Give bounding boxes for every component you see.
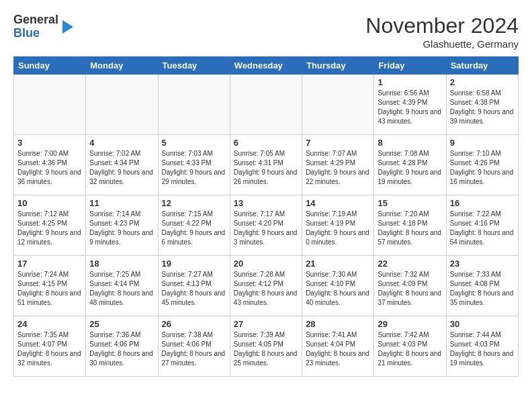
calendar-header-row: SundayMondayTuesdayWednesdayThursdayFrid… — [14, 57, 519, 75]
logo-arrow-icon — [62, 20, 73, 34]
calendar-cell: 2Sunrise: 6:58 AM Sunset: 4:38 PM Daylig… — [446, 75, 518, 135]
day-number: 30 — [450, 319, 515, 329]
day-info: Sunrise: 7:00 AM Sunset: 4:36 PM Dayligh… — [17, 149, 82, 187]
day-number: 16 — [450, 198, 515, 208]
calendar-day-header: Friday — [374, 57, 446, 75]
day-number: 27 — [234, 319, 298, 329]
day-number: 24 — [17, 319, 82, 329]
day-info: Sunrise: 7:24 AM Sunset: 4:15 PM Dayligh… — [17, 270, 82, 308]
day-info: Sunrise: 7:42 AM Sunset: 4:03 PM Dayligh… — [378, 330, 442, 368]
logo-general: General — [13, 13, 58, 27]
calendar-week-row: 3Sunrise: 7:00 AM Sunset: 4:36 PM Daylig… — [14, 135, 519, 195]
day-number: 29 — [378, 319, 442, 329]
day-number: 22 — [378, 259, 442, 269]
day-number: 21 — [306, 259, 370, 269]
day-info: Sunrise: 7:27 AM Sunset: 4:13 PM Dayligh… — [162, 270, 226, 308]
day-info: Sunrise: 7:17 AM Sunset: 4:20 PM Dayligh… — [234, 210, 298, 247]
day-number: 28 — [306, 319, 370, 329]
day-info: Sunrise: 7:12 AM Sunset: 4:25 PM Dayligh… — [17, 210, 82, 247]
page-header: General Blue November 2024 Glashuette, G… — [13, 13, 519, 50]
day-info: Sunrise: 7:02 AM Sunset: 4:34 PM Dayligh… — [89, 149, 154, 187]
calendar-cell: 23Sunrise: 7:33 AM Sunset: 4:08 PM Dayli… — [446, 256, 518, 316]
calendar-cell: 4Sunrise: 7:02 AM Sunset: 4:34 PM Daylig… — [86, 135, 158, 195]
calendar-cell — [302, 75, 374, 135]
calendar-cell — [158, 75, 230, 135]
day-info: Sunrise: 7:36 AM Sunset: 4:06 PM Dayligh… — [89, 330, 154, 368]
day-number: 9 — [450, 138, 515, 148]
day-number: 14 — [306, 198, 370, 208]
day-info: Sunrise: 7:14 AM Sunset: 4:23 PM Dayligh… — [89, 210, 154, 247]
day-number: 17 — [17, 259, 82, 269]
day-info: Sunrise: 7:05 AM Sunset: 4:31 PM Dayligh… — [234, 149, 298, 187]
day-info: Sunrise: 6:58 AM Sunset: 4:38 PM Dayligh… — [450, 89, 515, 126]
day-number: 6 — [234, 138, 298, 148]
calendar-cell: 1Sunrise: 6:56 AM Sunset: 4:39 PM Daylig… — [374, 75, 446, 135]
day-info: Sunrise: 7:32 AM Sunset: 4:09 PM Dayligh… — [378, 270, 442, 308]
day-info: Sunrise: 7:28 AM Sunset: 4:12 PM Dayligh… — [234, 270, 298, 308]
month-title: November 2024 — [365, 13, 519, 38]
day-info: Sunrise: 7:30 AM Sunset: 4:10 PM Dayligh… — [306, 270, 370, 308]
day-number: 15 — [378, 198, 442, 208]
day-info: Sunrise: 7:20 AM Sunset: 4:18 PM Dayligh… — [378, 210, 442, 247]
day-info: Sunrise: 7:07 AM Sunset: 4:29 PM Dayligh… — [306, 149, 370, 187]
day-number: 12 — [162, 198, 226, 208]
calendar-table: SundayMondayTuesdayWednesdayThursdayFrid… — [13, 56, 519, 377]
day-number: 25 — [89, 319, 154, 329]
day-info: Sunrise: 7:39 AM Sunset: 4:05 PM Dayligh… — [234, 330, 298, 368]
calendar-cell: 29Sunrise: 7:42 AM Sunset: 4:03 PM Dayli… — [374, 316, 446, 377]
title-area: November 2024 Glashuette, Germany — [365, 13, 519, 50]
day-number: 7 — [306, 138, 370, 148]
calendar-week-row: 24Sunrise: 7:35 AM Sunset: 4:07 PM Dayli… — [14, 316, 519, 377]
calendar-cell — [14, 75, 86, 135]
day-info: Sunrise: 7:15 AM Sunset: 4:22 PM Dayligh… — [162, 210, 226, 247]
day-number: 18 — [89, 259, 154, 269]
day-number: 13 — [234, 198, 298, 208]
calendar-day-header: Wednesday — [230, 57, 302, 75]
day-number: 5 — [162, 138, 226, 148]
calendar-cell: 5Sunrise: 7:03 AM Sunset: 4:33 PM Daylig… — [158, 135, 230, 195]
calendar-week-row: 1Sunrise: 6:56 AM Sunset: 4:39 PM Daylig… — [14, 75, 519, 135]
calendar-day-header: Saturday — [446, 57, 518, 75]
calendar-cell — [230, 75, 302, 135]
calendar-cell: 13Sunrise: 7:17 AM Sunset: 4:20 PM Dayli… — [230, 195, 302, 256]
logo-text: General Blue — [13, 13, 58, 40]
calendar-day-header: Monday — [86, 57, 158, 75]
calendar-cell: 28Sunrise: 7:41 AM Sunset: 4:04 PM Dayli… — [302, 316, 374, 377]
day-info: Sunrise: 7:08 AM Sunset: 4:28 PM Dayligh… — [378, 149, 442, 187]
day-info: Sunrise: 7:35 AM Sunset: 4:07 PM Dayligh… — [17, 330, 82, 368]
day-number: 2 — [450, 77, 515, 87]
day-info: Sunrise: 7:33 AM Sunset: 4:08 PM Dayligh… — [450, 270, 515, 308]
day-info: Sunrise: 7:44 AM Sunset: 4:03 PM Dayligh… — [450, 330, 515, 368]
calendar-cell: 6Sunrise: 7:05 AM Sunset: 4:31 PM Daylig… — [230, 135, 302, 195]
calendar-cell: 26Sunrise: 7:38 AM Sunset: 4:06 PM Dayli… — [158, 316, 230, 377]
logo: General Blue — [13, 13, 73, 40]
logo-blue: Blue — [13, 27, 58, 40]
day-info: Sunrise: 6:56 AM Sunset: 4:39 PM Dayligh… — [378, 89, 442, 126]
calendar-cell: 20Sunrise: 7:28 AM Sunset: 4:12 PM Dayli… — [230, 256, 302, 316]
day-info: Sunrise: 7:38 AM Sunset: 4:06 PM Dayligh… — [162, 330, 226, 368]
day-info: Sunrise: 7:22 AM Sunset: 4:16 PM Dayligh… — [450, 210, 515, 247]
calendar-cell: 7Sunrise: 7:07 AM Sunset: 4:29 PM Daylig… — [302, 135, 374, 195]
day-number: 20 — [234, 259, 298, 269]
calendar-cell: 9Sunrise: 7:10 AM Sunset: 4:26 PM Daylig… — [446, 135, 518, 195]
calendar-cell: 11Sunrise: 7:14 AM Sunset: 4:23 PM Dayli… — [86, 195, 158, 256]
calendar-cell: 16Sunrise: 7:22 AM Sunset: 4:16 PM Dayli… — [446, 195, 518, 256]
day-number: 8 — [378, 138, 442, 148]
day-number: 3 — [17, 138, 82, 148]
calendar-cell: 18Sunrise: 7:25 AM Sunset: 4:14 PM Dayli… — [86, 256, 158, 316]
calendar-cell — [86, 75, 158, 135]
calendar-cell: 30Sunrise: 7:44 AM Sunset: 4:03 PM Dayli… — [446, 316, 518, 377]
calendar-cell: 8Sunrise: 7:08 AM Sunset: 4:28 PM Daylig… — [374, 135, 446, 195]
calendar-week-row: 17Sunrise: 7:24 AM Sunset: 4:15 PM Dayli… — [14, 256, 519, 316]
calendar-cell: 15Sunrise: 7:20 AM Sunset: 4:18 PM Dayli… — [374, 195, 446, 256]
location: Glashuette, Germany — [365, 38, 519, 50]
day-info: Sunrise: 7:41 AM Sunset: 4:04 PM Dayligh… — [306, 330, 370, 368]
day-number: 4 — [89, 138, 154, 148]
day-number: 11 — [89, 198, 154, 208]
calendar-cell: 22Sunrise: 7:32 AM Sunset: 4:09 PM Dayli… — [374, 256, 446, 316]
day-number: 10 — [17, 198, 82, 208]
day-number: 1 — [378, 77, 442, 87]
calendar-cell: 21Sunrise: 7:30 AM Sunset: 4:10 PM Dayli… — [302, 256, 374, 316]
day-info: Sunrise: 7:19 AM Sunset: 4:19 PM Dayligh… — [306, 210, 370, 247]
day-number: 19 — [162, 259, 226, 269]
